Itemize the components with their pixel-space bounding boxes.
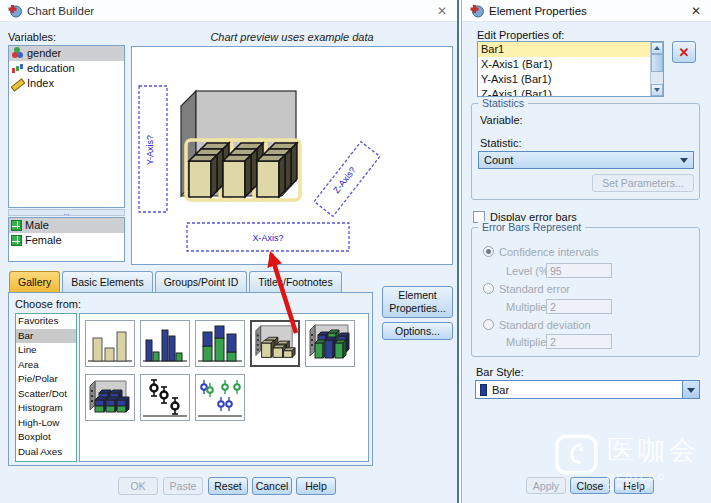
bar-style-label: Bar Style: [476,366,524,378]
chart-type-scatter-dot[interactable]: Scatter/Dot [16,387,76,402]
clustered-bar-icon[interactable] [140,320,190,367]
chart-type-boxplot[interactable]: Boxplot [16,430,76,445]
options-button[interactable]: Options... [382,322,453,340]
edit-list-scrollbar[interactable] [650,42,663,96]
scroll-up-icon[interactable] [651,42,663,54]
panel-title: Element Properties [489,5,684,17]
chart-type-line[interactable]: Line [16,343,76,358]
chevron-down-icon[interactable] [682,381,699,398]
splitter-handle[interactable]: ... [8,209,125,216]
element-properties-titlebar: Element Properties [462,0,711,22]
chart-type-favorites[interactable]: Favorites [16,314,76,329]
chart-type-area[interactable]: Area [16,358,76,373]
help-button-ep[interactable]: Help [614,477,654,494]
category-icon [11,235,22,246]
chart-type-bar[interactable]: Bar [16,329,76,344]
cancel-button[interactable]: Cancel [252,477,292,495]
clustered-3d-bar-icon[interactable] [305,320,355,367]
scroll-down-icon[interactable] [651,84,663,96]
error-bars-legend: Error Bars Represent [478,221,585,233]
watermark-logo-icon [554,432,599,477]
category-icon [11,220,22,231]
variables-list: gender education Index [8,45,125,208]
edit-properties-label: Edit Properties of: [477,29,564,41]
z-axis-dropzone-label: Z-Axis? [331,165,358,195]
ok-button: OK [118,477,158,495]
spss-chart-builder-screen: Chart Builder Variables: gender educatio… [0,0,711,503]
edit-item-bar1[interactable]: Bar1 [478,42,663,57]
variable-item-gender[interactable]: gender [9,46,124,61]
remove-element-button[interactable]: ✕ [672,41,696,63]
element-properties-button[interactable]: Element Properties... [382,286,453,318]
close-icon[interactable] [435,4,449,18]
y-axis-dropzone-label: Y-Axis? [145,135,155,165]
variable-label: Variable: [480,114,523,126]
bar-style-dropdown[interactable]: Bar [475,380,700,399]
confidence-intervals-label: Confidence intervals [499,246,599,258]
set-parameters-button: Set Parameters... [592,174,694,192]
paste-button: Paste [163,477,203,495]
category-item-female[interactable]: Female [9,233,124,248]
category-item-male[interactable]: Male [9,218,124,233]
tab-titles-footnotes[interactable]: Titles/Footnotes [249,271,341,292]
variables-label: Variables: [8,31,56,43]
statistics-legend: Statistics [478,97,528,109]
choose-from-label: Choose from: [15,298,81,310]
app-icon [8,4,22,18]
stacked-bar-icon[interactable] [195,320,245,367]
edit-item-x-axis1[interactable]: X-Axis1 (Bar1) [478,57,663,72]
multiplier2-input [546,334,612,349]
close-icon[interactable] [689,4,703,18]
statistic-value: Count [479,154,513,166]
simple-error-bar-icon[interactable] [140,374,190,421]
standard-deviation-radio [483,319,494,330]
chevron-down-icon [680,158,688,163]
scale-variable-icon [11,77,24,90]
edit-item-y-axis1[interactable]: Y-Axis1 (Bar1) [478,72,663,87]
window-title: Chart Builder [27,5,430,17]
multiplier-input [546,299,612,314]
apply-button: Apply [526,477,566,494]
chart-type-dual-axes[interactable]: Dual Axes [16,445,76,460]
gallery-icon-area [79,313,369,462]
ordinal-variable-icon [11,62,24,75]
categories-list: Male Female [8,217,125,262]
standard-error-radio [483,283,494,294]
bar-style-glyph-icon [480,384,487,396]
app-icon [470,4,484,18]
edit-properties-list: Bar1 X-Axis1 (Bar1) Y-Axis1 (Bar1) Z-Axi… [477,41,664,97]
edit-item-z-axis1[interactable]: Z-Axis1 (Bar1) [478,87,663,97]
statistics-group: Statistics Variable: Statistic: Count Se… [471,103,700,200]
scrollbar-thumb[interactable] [651,54,663,72]
chart-type-high-low[interactable]: High-Low [16,416,76,431]
stacked-3d-bar-icon[interactable] [85,374,135,421]
chart-preview-canvas: Y-Axis? X-Axis? Z-Axis? [131,46,453,265]
variable-item-index[interactable]: Index [9,76,124,91]
tab-gallery[interactable]: Gallery [9,271,60,292]
watermark-brand: 医咖会 [607,432,711,468]
chart-builder-dialog: Chart Builder Variables: gender educatio… [0,0,459,503]
gallery-tab-panel: Choose from: Favorites Bar Line Area Pie… [8,292,373,466]
chart-builder-titlebar: Chart Builder [0,0,457,22]
tab-strip: Gallery Basic Elements Groups/Point ID T… [9,271,344,292]
variable-item-education[interactable]: education [9,61,124,76]
standard-error-label: Standard error [499,283,570,295]
chart-type-pie-polar[interactable]: Pie/Polar [16,372,76,387]
chart-type-list: Favorites Bar Line Area Pie/Polar Scatte… [15,313,77,462]
chart-preview-scene: Y-Axis? X-Axis? Z-Axis? [132,47,452,264]
preview-caption: Chart preview uses example data [131,31,453,43]
close-button[interactable]: Close [570,477,610,494]
confidence-intervals-radio [483,246,494,257]
error-bars-group: Error Bars Represent Confidence interval… [471,227,700,357]
statistic-dropdown[interactable]: Count [478,151,694,169]
simple-3d-bar-icon[interactable] [250,320,300,367]
simple-bar-icon[interactable] [85,320,135,367]
clustered-error-bar-icon[interactable] [195,374,245,421]
help-button[interactable]: Help [296,477,336,495]
nominal-variable-icon [11,47,24,60]
tab-groups-point-id[interactable]: Groups/Point ID [155,271,248,292]
tab-basic-elements[interactable]: Basic Elements [62,271,152,292]
reset-button[interactable]: Reset [208,477,248,495]
bar-style-value: Bar [492,384,509,396]
chart-type-histogram[interactable]: Histogram [16,401,76,416]
